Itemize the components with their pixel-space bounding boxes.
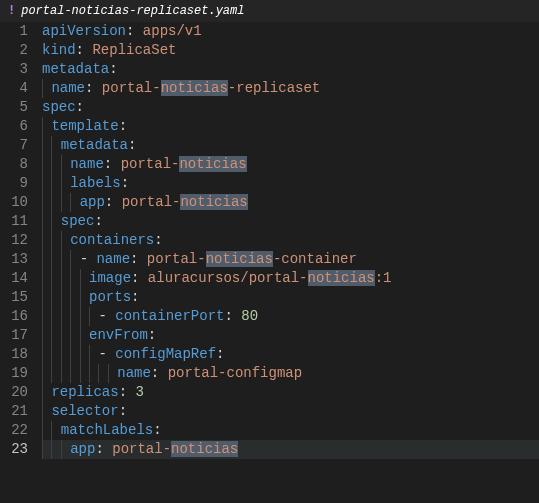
code-line[interactable]: - name: portal-noticias-container — [42, 250, 539, 269]
line-number: 21 — [0, 402, 28, 421]
line-number: 19 — [0, 364, 28, 383]
code-line[interactable]: app: portal-noticias — [42, 193, 539, 212]
code-line[interactable]: app: portal-noticias — [42, 440, 539, 459]
line-number: 7 — [0, 136, 28, 155]
line-number: 23 — [0, 440, 28, 459]
code-editor[interactable]: 1234567891011121314151617181920212223 ap… — [0, 22, 539, 459]
line-number: 17 — [0, 326, 28, 345]
code-line[interactable]: labels: — [42, 174, 539, 193]
code-line[interactable]: - containerPort: 80 — [42, 307, 539, 326]
code-line[interactable]: name: portal-configmap — [42, 364, 539, 383]
line-number: 16 — [0, 307, 28, 326]
code-line[interactable]: image: aluracursos/portal-noticias:1 — [42, 269, 539, 288]
line-number: 6 — [0, 117, 28, 136]
line-number-gutter: 1234567891011121314151617181920212223 — [0, 22, 42, 459]
code-line[interactable]: template: — [42, 117, 539, 136]
code-line[interactable]: containers: — [42, 231, 539, 250]
line-number: 15 — [0, 288, 28, 307]
code-line[interactable]: apiVersion: apps/v1 — [42, 22, 539, 41]
code-content[interactable]: apiVersion: apps/v1kind: ReplicaSetmetad… — [42, 22, 539, 459]
line-number: 12 — [0, 231, 28, 250]
yaml-file-icon: ! — [8, 4, 15, 18]
code-line[interactable]: envFrom: — [42, 326, 539, 345]
code-line[interactable]: matchLabels: — [42, 421, 539, 440]
line-number: 2 — [0, 41, 28, 60]
code-line[interactable]: metadata: — [42, 60, 539, 79]
line-number: 13 — [0, 250, 28, 269]
code-line[interactable]: name: portal-noticias-replicaset — [42, 79, 539, 98]
file-tab[interactable]: ! portal-noticias-replicaset.yaml — [8, 4, 244, 18]
line-number: 20 — [0, 383, 28, 402]
code-line[interactable]: name: portal-noticias — [42, 155, 539, 174]
line-number: 10 — [0, 193, 28, 212]
code-line[interactable]: spec: — [42, 98, 539, 117]
code-line[interactable]: replicas: 3 — [42, 383, 539, 402]
tab-filename: portal-noticias-replicaset.yaml — [21, 4, 244, 18]
line-number: 22 — [0, 421, 28, 440]
line-number: 1 — [0, 22, 28, 41]
code-line[interactable]: spec: — [42, 212, 539, 231]
line-number: 14 — [0, 269, 28, 288]
code-line[interactable]: ports: — [42, 288, 539, 307]
code-line[interactable]: kind: ReplicaSet — [42, 41, 539, 60]
code-line[interactable]: metadata: — [42, 136, 539, 155]
code-line[interactable]: selector: — [42, 402, 539, 421]
line-number: 5 — [0, 98, 28, 117]
line-number: 4 — [0, 79, 28, 98]
code-line[interactable]: - configMapRef: — [42, 345, 539, 364]
line-number: 11 — [0, 212, 28, 231]
tab-bar: ! portal-noticias-replicaset.yaml — [0, 0, 539, 22]
line-number: 9 — [0, 174, 28, 193]
line-number: 18 — [0, 345, 28, 364]
line-number: 3 — [0, 60, 28, 79]
line-number: 8 — [0, 155, 28, 174]
